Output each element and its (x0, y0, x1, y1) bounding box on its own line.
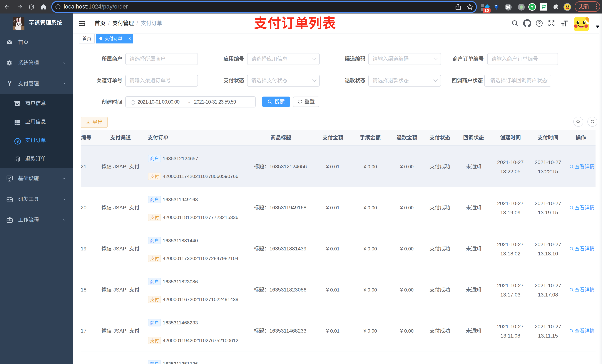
svg-text:¥: ¥ (8, 81, 11, 87)
